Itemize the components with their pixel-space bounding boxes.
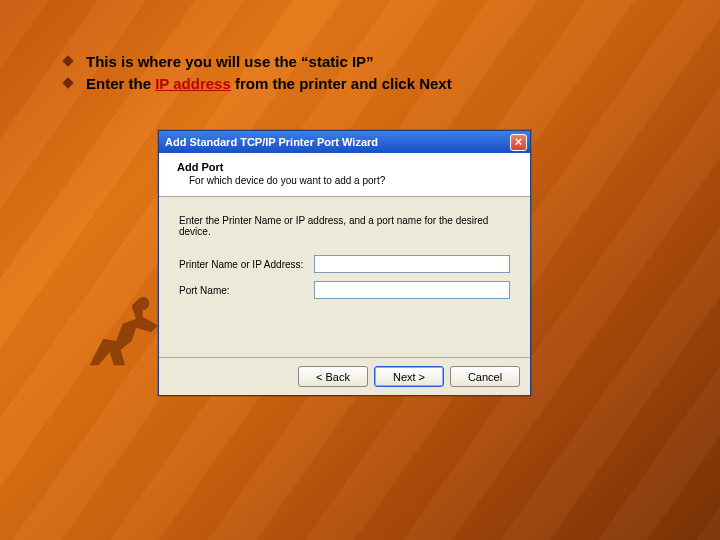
close-icon: ×: [515, 136, 522, 148]
bullet-text: This is where you will use the “static I…: [86, 53, 374, 70]
next-button[interactable]: Next >: [374, 366, 444, 387]
bullet-text-prefix: Enter the: [86, 75, 155, 92]
wizard-body: Enter the Printer Name or IP address, an…: [159, 197, 530, 357]
slide-bullets: This is where you will use the “static I…: [64, 52, 660, 97]
bullet-item: Enter the IP address from the printer an…: [64, 74, 660, 94]
wizard-header: Add Port For which device do you want to…: [159, 153, 530, 197]
wizard-dialog: Add Standard TCP/IP Printer Port Wizard …: [158, 130, 531, 396]
form-row-port: Port Name:: [179, 281, 510, 299]
close-button[interactable]: ×: [510, 134, 527, 151]
port-name-input[interactable]: [314, 281, 510, 299]
form-row-printer: Printer Name or IP Address:: [179, 255, 510, 273]
wizard-header-subtitle: For which device do you want to add a po…: [189, 175, 518, 186]
printer-label: Printer Name or IP Address:: [179, 259, 314, 270]
cancel-button[interactable]: Cancel: [450, 366, 520, 387]
bullet-item: This is where you will use the “static I…: [64, 52, 660, 72]
bullet-emphasis: IP address: [155, 75, 231, 92]
port-label: Port Name:: [179, 285, 314, 296]
bullet-text-suffix: from the printer and click Next: [231, 75, 452, 92]
button-bar: < Back Next > Cancel: [159, 357, 530, 395]
instruction-text: Enter the Printer Name or IP address, an…: [179, 215, 510, 237]
window-title: Add Standard TCP/IP Printer Port Wizard: [165, 136, 378, 148]
titlebar[interactable]: Add Standard TCP/IP Printer Port Wizard …: [159, 131, 530, 153]
printer-name-input[interactable]: [314, 255, 510, 273]
back-button[interactable]: < Back: [298, 366, 368, 387]
wizard-header-title: Add Port: [177, 161, 518, 173]
